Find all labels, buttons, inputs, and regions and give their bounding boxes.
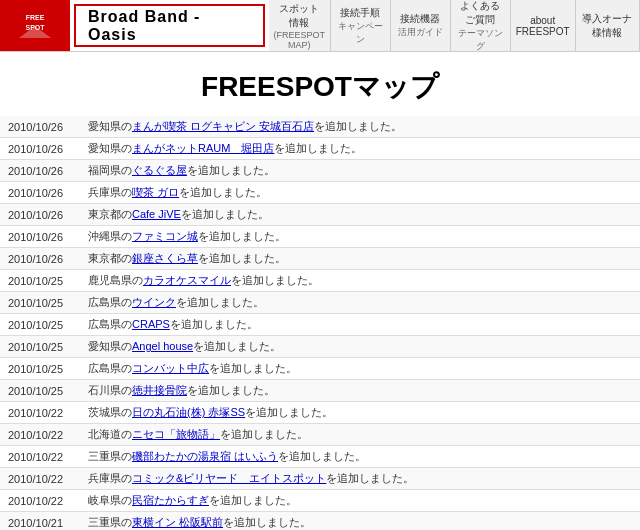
location-link[interactable]: まんが喫茶 ログキャビン 安城百石店: [132, 120, 314, 132]
nav-label: スポット情報: [275, 2, 324, 30]
nav-sub: テーマソング: [457, 27, 504, 53]
content-cell: 鹿児島県のカラオケスマイルを追加しました。: [80, 270, 640, 292]
page-title: FREESPOTマップ: [0, 68, 640, 106]
location-link[interactable]: 徳井接骨院: [132, 384, 187, 396]
nav-label: よくあるご質問: [457, 0, 504, 27]
suffix-text: を追加しました。: [245, 406, 333, 418]
nav-sub: (FREESPOT MAP): [274, 30, 325, 50]
content-cell: 北海道のニセコ「旅物語」を追加しました。: [80, 424, 640, 446]
nav-label: about FREESPOT: [516, 15, 570, 37]
table-row: 2010/10/25広島県のウインクを追加しました。: [0, 292, 640, 314]
nav-item-connect[interactable]: 接続手順キャンペーン: [331, 0, 391, 51]
prefecture-text: 三重県の: [88, 516, 132, 528]
nav-item-about[interactable]: about FREESPOT: [511, 0, 576, 51]
prefecture-text: 東京都の: [88, 208, 132, 220]
location-link[interactable]: ニセコ「旅物語」: [132, 428, 220, 440]
prefecture-text: 岐阜県の: [88, 494, 132, 506]
location-link[interactable]: 日の丸石油(株) 赤塚SS: [132, 406, 245, 418]
content-cell: 愛知県のまんがネットRAUM 堀田店を追加しました。: [80, 138, 640, 160]
prefecture-text: 兵庫県の: [88, 186, 132, 198]
date-cell: 2010/10/22: [0, 490, 80, 512]
table-row: 2010/10/26東京都の銀座さくら草を追加しました。: [0, 248, 640, 270]
nav-label: 接続手順: [340, 6, 380, 20]
date-cell: 2010/10/25: [0, 292, 80, 314]
suffix-text: を追加しました。: [278, 450, 366, 462]
date-cell: 2010/10/26: [0, 226, 80, 248]
suffix-text: を追加しました。: [223, 516, 311, 528]
date-cell: 2010/10/26: [0, 138, 80, 160]
location-link[interactable]: Angel house: [132, 340, 193, 352]
table-row: 2010/10/22兵庫県のコミック&ビリヤード エイトスポットを追加しました。: [0, 468, 640, 490]
nav-area: スポット情報(FREESPOT MAP)接続手順キャンペーン接続機器活用ガイドよ…: [269, 0, 640, 51]
location-link[interactable]: カラオケスマイル: [143, 274, 231, 286]
content-cell: 沖縄県のファミコン城を追加しました。: [80, 226, 640, 248]
content-cell: 広島県のCRAPSを追加しました。: [80, 314, 640, 336]
prefecture-text: 広島県の: [88, 318, 132, 330]
prefecture-text: 北海道の: [88, 428, 132, 440]
prefecture-text: 沖縄県の: [88, 230, 132, 242]
prefecture-text: 三重県の: [88, 450, 132, 462]
location-link[interactable]: 東横イン 松阪駅前: [132, 516, 223, 528]
table-row: 2010/10/25石川県の徳井接骨院を追加しました。: [0, 380, 640, 402]
location-link[interactable]: Cafe JiVE: [132, 208, 181, 220]
content-cell: 福岡県のぐるぐる屋を追加しました。: [80, 160, 640, 182]
location-link[interactable]: ファミコン城: [132, 230, 198, 242]
location-link[interactable]: 磯部わたかの湯泉宿 はいふう: [132, 450, 278, 462]
nav-label: 導入オーナ様情報: [582, 12, 633, 40]
suffix-text: を追加しました。: [209, 494, 297, 506]
date-cell: 2010/10/26: [0, 204, 80, 226]
suffix-text: を追加しました。: [179, 186, 267, 198]
date-cell: 2010/10/26: [0, 248, 80, 270]
content-cell: 兵庫県のコミック&ビリヤード エイトスポットを追加しました。: [80, 468, 640, 490]
location-link[interactable]: ウインク: [132, 296, 176, 308]
location-link[interactable]: 銀座さくら草: [132, 252, 198, 264]
date-cell: 2010/10/25: [0, 270, 80, 292]
suffix-text: を追加しました。: [231, 274, 319, 286]
suffix-text: を追加しました。: [274, 142, 362, 154]
date-cell: 2010/10/26: [0, 182, 80, 204]
location-link[interactable]: まんがネットRAUM 堀田店: [132, 142, 274, 154]
table-row: 2010/10/25広島県のコンバット中広を追加しました。: [0, 358, 640, 380]
location-link[interactable]: 喫茶 ガロ: [132, 186, 179, 198]
suffix-text: を追加しました。: [198, 230, 286, 242]
suffix-text: を追加しました。: [193, 340, 281, 352]
prefecture-text: 東京都の: [88, 252, 132, 264]
nav-item-owner[interactable]: 導入オーナ様情報: [576, 0, 640, 51]
content-cell: 愛知県のまんが喫茶 ログキャビン 安城百石店を追加しました。: [80, 116, 640, 138]
nav-item-spot[interactable]: スポット情報(FREESPOT MAP): [269, 0, 331, 51]
table-row: 2010/10/26愛知県のまんがネットRAUM 堀田店を追加しました。: [0, 138, 640, 160]
nav-item-faq[interactable]: よくあるご質問テーマソング: [451, 0, 511, 51]
date-cell: 2010/10/25: [0, 314, 80, 336]
content-cell: 広島県のウインクを追加しました。: [80, 292, 640, 314]
table-row: 2010/10/26東京都のCafe JiVEを追加しました。: [0, 204, 640, 226]
news-table: 2010/10/26愛知県のまんが喫茶 ログキャビン 安城百石店を追加しました。…: [0, 116, 640, 530]
freespot-logo-icon: FREE SPOT: [15, 6, 55, 46]
table-row: 2010/10/26沖縄県のファミコン城を追加しました。: [0, 226, 640, 248]
location-link[interactable]: コミック&ビリヤード エイトスポット: [132, 472, 326, 484]
suffix-text: を追加しました。: [198, 252, 286, 264]
table-row: 2010/10/26福岡県のぐるぐる屋を追加しました。: [0, 160, 640, 182]
table-row: 2010/10/22三重県の磯部わたかの湯泉宿 はいふうを追加しました。: [0, 446, 640, 468]
location-link[interactable]: CRAPS: [132, 318, 170, 330]
nav-sub: キャンペーン: [337, 20, 384, 46]
table-row: 2010/10/25愛知県のAngel houseを追加しました。: [0, 336, 640, 358]
date-cell: 2010/10/22: [0, 402, 80, 424]
suffix-text: を追加しました。: [314, 120, 402, 132]
location-link[interactable]: コンバット中広: [132, 362, 209, 374]
location-link[interactable]: ぐるぐる屋: [132, 164, 187, 176]
date-cell: 2010/10/26: [0, 160, 80, 182]
suffix-text: を追加しました。: [220, 428, 308, 440]
prefecture-text: 兵庫県の: [88, 472, 132, 484]
date-cell: 2010/10/25: [0, 380, 80, 402]
prefecture-text: 愛知県の: [88, 142, 132, 154]
location-link[interactable]: 民宿たからすぎ: [132, 494, 209, 506]
content-cell: 東京都のCafe JiVEを追加しました。: [80, 204, 640, 226]
date-cell: 2010/10/22: [0, 446, 80, 468]
nav-item-device[interactable]: 接続機器活用ガイド: [391, 0, 451, 51]
suffix-text: を追加しました。: [187, 164, 275, 176]
prefecture-text: 福岡県の: [88, 164, 132, 176]
date-cell: 2010/10/22: [0, 468, 80, 490]
suffix-text: を追加しました。: [181, 208, 269, 220]
date-cell: 2010/10/26: [0, 116, 80, 138]
table-row: 2010/10/25鹿児島県のカラオケスマイルを追加しました。: [0, 270, 640, 292]
